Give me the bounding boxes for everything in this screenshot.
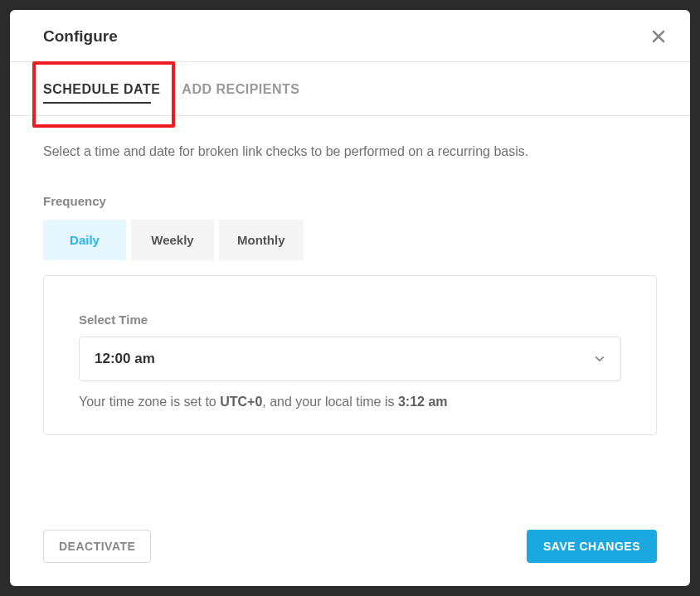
time-panel: Select Time 12:00 am Your time zone is s… (43, 275, 657, 435)
timezone-middle: , and your local time is (262, 395, 398, 409)
deactivate-button[interactable]: DEACTIVATE (43, 530, 151, 563)
modal-body: Select a time and date for broken link c… (10, 116, 690, 513)
local-time-value: 3:12 am (398, 395, 448, 409)
time-select-value: 12:00 am (95, 351, 155, 367)
frequency-monthly-button[interactable]: Monthly (219, 220, 304, 260)
modal-header: Configure (10, 10, 690, 62)
timezone-note: Your time zone is set to UTC+0, and your… (79, 395, 621, 409)
close-button[interactable] (649, 27, 668, 46)
timezone-value: UTC+0 (220, 395, 262, 409)
frequency-weekly-button[interactable]: Weekly (131, 220, 214, 260)
close-icon (652, 30, 665, 43)
save-changes-button[interactable]: SAVE CHANGES (527, 530, 657, 563)
time-select-dropdown[interactable]: 12:00 am (79, 337, 621, 381)
frequency-label: Frequency (43, 194, 657, 208)
configure-modal: Configure SCHEDULE DATE ADD RECIPIENTS S… (10, 10, 690, 586)
chevron-down-icon (594, 353, 605, 365)
tab-bar: SCHEDULE DATE ADD RECIPIENTS (10, 62, 690, 116)
description-text: Select a time and date for broken link c… (43, 144, 657, 159)
modal-title: Configure (43, 27, 118, 46)
frequency-button-group: Daily Weekly Monthly (43, 220, 657, 260)
tab-schedule-date[interactable]: SCHEDULE DATE (43, 62, 160, 115)
timezone-prefix: Your time zone is set to (79, 395, 220, 409)
modal-footer: DEACTIVATE SAVE CHANGES (10, 513, 690, 586)
select-time-label: Select Time (79, 313, 621, 327)
frequency-daily-button[interactable]: Daily (43, 220, 126, 260)
tab-underline (43, 102, 151, 104)
tab-add-recipients[interactable]: ADD RECIPIENTS (182, 62, 299, 115)
